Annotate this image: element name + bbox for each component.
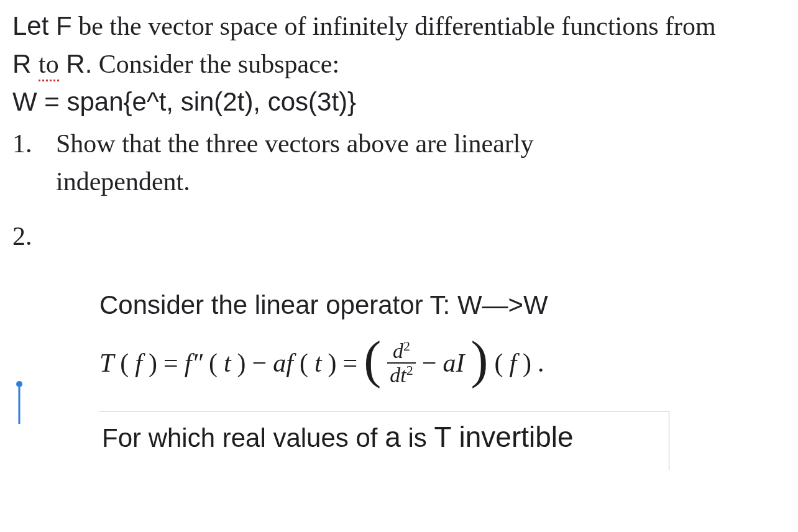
text-to: to bbox=[39, 50, 59, 81]
sym-open2: ( bbox=[209, 348, 218, 378]
sym-period: . bbox=[538, 348, 544, 378]
part1-line-a: Show that the three vectors above are li… bbox=[56, 125, 534, 163]
frac-den-dt: dt bbox=[390, 364, 406, 387]
sym-fpp: f″ bbox=[185, 348, 203, 378]
text-T-map: T: W—>W bbox=[430, 290, 548, 319]
sym-open3: ( bbox=[300, 348, 308, 378]
sym-t2: t bbox=[314, 348, 322, 378]
text-T-invertible: T invertible bbox=[434, 421, 573, 453]
w-span-line: W = span{e^t, sin(2t), cos(3t)} bbox=[12, 83, 786, 121]
frac-den-sup: 2 bbox=[406, 362, 413, 378]
sym-aI: aI bbox=[443, 348, 464, 378]
part-2-number: 2. bbox=[12, 218, 786, 255]
frac-num-d: d bbox=[393, 340, 403, 363]
text-R1: R bbox=[12, 49, 39, 78]
frac-num: d2 bbox=[390, 339, 413, 362]
text-a: a bbox=[385, 421, 401, 453]
part-1: 1. Show that the three vectors above are… bbox=[12, 125, 786, 201]
part-2-body: Consider the linear operator T: W—>W T(f… bbox=[99, 287, 786, 470]
part1-line-b: independent. bbox=[56, 163, 534, 201]
sym-open1: ( bbox=[120, 348, 129, 378]
formula-T: T(f) = f″(t) − af(t) = ( d2 dt2 − aI ) (… bbox=[99, 339, 786, 386]
fraction-d2dt2: d2 dt2 bbox=[387, 339, 415, 386]
sym-close3: ) bbox=[328, 348, 337, 378]
text-line1-rest: be the vector space of infinitely differ… bbox=[72, 12, 716, 40]
intro-line-1: Let F be the vector space of infinitely … bbox=[12, 7, 786, 45]
text-w-span: W = span{e^t, sin(2t), cos(3t)} bbox=[12, 87, 356, 116]
frac-num-sup: 2 bbox=[403, 338, 410, 354]
sym-open4: ( bbox=[494, 348, 503, 378]
sym-eq2: = bbox=[343, 348, 358, 378]
big-paren-close: ) bbox=[470, 344, 488, 375]
big-paren-open: ( bbox=[364, 344, 381, 375]
sym-close1: ) bbox=[149, 348, 157, 378]
text-consider-subspace: Consider the subspace: bbox=[92, 50, 339, 78]
sym-t1: t bbox=[224, 348, 231, 378]
document-page: Let F be the vector space of infinitely … bbox=[0, 0, 798, 470]
sym-af1: af bbox=[273, 348, 293, 378]
sym-close4: ) bbox=[523, 348, 531, 378]
question-box: For which real values of a is T invertib… bbox=[99, 411, 669, 470]
sym-minus1: − bbox=[252, 348, 267, 378]
sym-f2: f bbox=[509, 348, 516, 378]
list-number-2: 2. bbox=[12, 222, 32, 250]
consider-line: Consider the linear operator T: W—>W bbox=[99, 287, 786, 324]
sym-close2: ) bbox=[237, 348, 246, 378]
list-number-1: 1. bbox=[12, 125, 39, 201]
text-for-which: For which real values of bbox=[102, 423, 385, 452]
frac-den: dt2 bbox=[387, 364, 415, 386]
sym-eq1: = bbox=[163, 348, 178, 378]
svg-point-0 bbox=[16, 381, 22, 387]
intro-line-2: R to R. Consider the subspace: bbox=[12, 45, 786, 83]
sym-minus2: − bbox=[422, 348, 437, 378]
part-1-body: Show that the three vectors above are li… bbox=[56, 125, 534, 201]
text-R2: R. bbox=[59, 49, 93, 78]
text-consider: Consider the linear operator bbox=[99, 290, 430, 319]
text-let-f: Let F bbox=[12, 11, 72, 40]
sym-T: T bbox=[99, 348, 114, 378]
sym-f1: f bbox=[135, 348, 142, 378]
text-is: is bbox=[401, 423, 434, 452]
text-cursor-icon bbox=[14, 380, 25, 425]
